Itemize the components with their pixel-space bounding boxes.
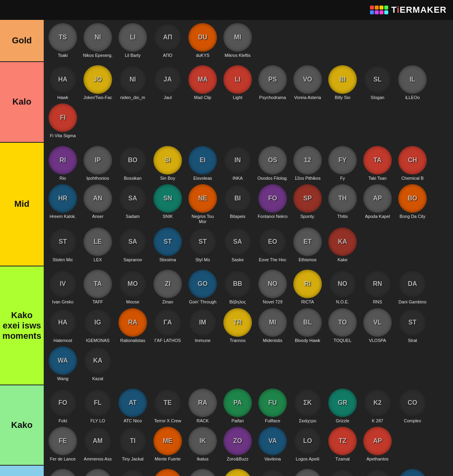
list-item[interactable]: HAHatemost [47, 308, 79, 343]
list-item[interactable]: K2K 287 [362, 389, 393, 424]
list-item[interactable]: NIniden_dio_m [117, 65, 149, 100]
list-item[interactable]: STStrat [397, 308, 428, 343]
list-item[interactable]: BIBitapeis [222, 184, 254, 219]
list-item[interactable]: MIMidenistis [257, 308, 288, 343]
list-item[interactable]: LILight [222, 65, 254, 100]
list-item[interactable]: ΑΠΑΠΟ [152, 23, 184, 58]
list-item[interactable]: IVIvan Greko [47, 270, 79, 305]
list-item[interactable]: RARACK [187, 389, 219, 424]
list-item[interactable]: SPSponty. [292, 184, 323, 219]
list-item[interactable]: TOTOQUEL [327, 308, 358, 343]
list-item[interactable]: KAKazal [82, 346, 114, 381]
list-item[interactable]: CHChemical B [397, 146, 428, 181]
list-item[interactable]: DUduKYS [187, 23, 219, 58]
list-item[interactable]: ININKA [222, 146, 254, 181]
list-item[interactable]: RIRio [47, 146, 79, 181]
list-item[interactable]: IGIGEMONAS [82, 308, 114, 343]
list-item[interactable]: TATaki Tsan [362, 146, 393, 181]
list-item[interactable]: ΣΚΣκιάχτρο [292, 389, 323, 424]
list-item[interactable]: NENegros Tou Mor [187, 184, 219, 224]
list-item[interactable]: AMAmmenos Ass [82, 427, 114, 462]
list-item[interactable]: ZOZoro&Buzz [222, 427, 254, 462]
list-item[interactable]: ZIZinan [152, 270, 184, 305]
list-item[interactable]: BLBlock 93 [327, 469, 358, 476]
list-item[interactable]: FUFullface [257, 389, 288, 424]
list-item[interactable]: ADAdespoto [257, 469, 288, 476]
list-item[interactable]: LOLogos Apeili [292, 427, 323, 462]
list-item[interactable]: SISIDARTA [47, 469, 79, 476]
list-item[interactable]: 1212os Pithikos [292, 146, 323, 181]
list-item[interactable]: FLFLY LO [82, 389, 114, 424]
list-item[interactable]: RIRICTA [292, 270, 323, 305]
list-item[interactable]: ΓAΓAF LATHOS [152, 308, 184, 343]
list-item[interactable]: KOKoraki [117, 469, 149, 476]
list-item[interactable]: VAVavilona [257, 427, 288, 462]
list-item[interactable]: THThitis [327, 184, 358, 219]
list-item[interactable]: BOBossikan [117, 146, 149, 181]
list-item[interactable]: MIMikros Kleftis [222, 23, 254, 58]
list-item[interactable]: IMImmune [187, 308, 219, 343]
list-item[interactable]: SLSlogan [362, 65, 393, 100]
list-item[interactable]: KAKake [327, 227, 358, 262]
list-item[interactable]: EIEisvoleas [187, 146, 219, 181]
list-item[interactable]: APApethantos [362, 427, 393, 462]
list-item[interactable]: TATAFF [82, 270, 114, 305]
list-item[interactable]: SNSNIK [152, 184, 184, 219]
list-item[interactable]: NONovel 729 [257, 270, 288, 305]
list-item[interactable]: JAJaul [152, 65, 184, 100]
list-item[interactable]: BUBuffalo Bill [397, 469, 428, 476]
list-item[interactable]: TSTsaki [47, 23, 79, 58]
list-item[interactable]: NINikos Epexerg. [82, 23, 114, 58]
list-item[interactable]: JIJitano [187, 469, 219, 476]
list-item[interactable]: ATATC Nico [117, 389, 149, 424]
list-item[interactable]: IPIpohthonios [82, 146, 114, 181]
list-item[interactable]: HRHreem Kalok. [47, 184, 79, 219]
list-item[interactable]: NON.O.E. [327, 270, 358, 305]
list-item[interactable]: TZTzamal [327, 427, 358, 462]
list-item[interactable]: FOFokt [47, 389, 79, 424]
list-item[interactable]: RNRNS [362, 270, 393, 305]
list-item[interactable]: GAGAB [152, 469, 184, 476]
list-item[interactable]: STStolen Mic [47, 227, 79, 262]
list-item[interactable]: VOVoreia Asteria [292, 65, 323, 100]
list-item[interactable]: SASaske [222, 227, 254, 262]
list-item[interactable]: ACActive Member [82, 469, 114, 476]
list-item[interactable]: ΕOΕove The Hoc [257, 227, 288, 262]
list-item[interactable]: FEFer de Lance [47, 427, 79, 462]
list-item[interactable]: JOJoker/Two-Fac [82, 65, 114, 100]
list-item[interactable]: PSPsychodrama [257, 65, 288, 100]
list-item[interactable]: STStyl Mo [187, 227, 219, 262]
list-item[interactable]: HAHawk [47, 65, 79, 100]
list-item[interactable]: TRTrannos [222, 308, 254, 343]
list-item[interactable]: SASapranov [117, 227, 149, 262]
list-item[interactable]: MEMente Fuerte [152, 427, 184, 462]
list-item[interactable]: TITiny Jackal [117, 427, 149, 462]
list-item[interactable]: DADani Gambino [397, 270, 428, 305]
list-item[interactable]: ΒΒΒέβηλος [222, 270, 254, 305]
list-item[interactable]: FIFi Vita Sigma [47, 103, 79, 138]
list-item[interactable]: FOFontanoi Nekro [257, 184, 288, 219]
list-item[interactable]: STStixoima [152, 227, 184, 262]
list-item[interactable]: OSOsodos Filolog. [257, 146, 288, 181]
list-item[interactable]: GRGrizzle [327, 389, 358, 424]
list-item[interactable]: ANAnser [82, 184, 114, 219]
list-item[interactable]: RARationalistas [117, 308, 149, 343]
list-item[interactable]: WAWang [47, 346, 79, 381]
list-item[interactable]: BOBong Da City [397, 184, 428, 219]
list-item[interactable]: TETerror X Crew [152, 389, 184, 424]
list-item[interactable]: KAKanon [292, 469, 323, 476]
list-item[interactable]: LOLogos Timis [362, 469, 393, 476]
list-item[interactable]: LELEX [82, 227, 114, 262]
list-item[interactable]: LILil Barty [117, 23, 149, 58]
list-item[interactable]: FYFy [327, 146, 358, 181]
list-item[interactable]: VLVLOSPA [362, 308, 393, 343]
list-item[interactable]: ETEthismos [292, 227, 323, 262]
list-item[interactable]: GOGoin' Through [187, 270, 219, 305]
list-item[interactable]: BIBilly Sio [327, 65, 358, 100]
list-item[interactable]: APApoda Kapel [362, 184, 393, 219]
list-item[interactable]: ILiLLEOo [397, 65, 428, 100]
list-item[interactable]: PEPero [222, 469, 254, 476]
list-item[interactable]: BLBloody Hawk [292, 308, 323, 343]
list-item[interactable]: PAPaifan [222, 389, 254, 424]
list-item[interactable]: MAMad Clip [187, 65, 219, 100]
